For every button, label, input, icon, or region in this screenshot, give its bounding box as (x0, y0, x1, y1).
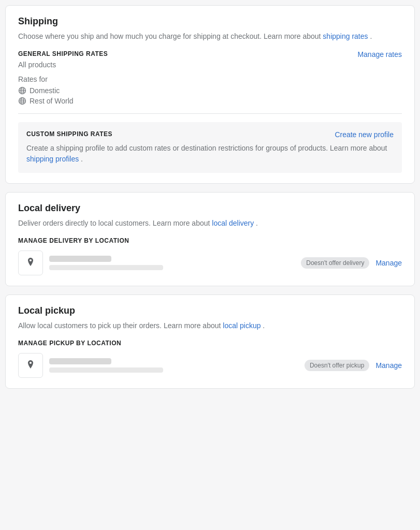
section-divider (18, 113, 402, 114)
pickup-location-name-bar (49, 358, 111, 364)
pickup-desc-suffix: . (263, 321, 265, 330)
local-pickup-link[interactable]: local pickup (223, 321, 260, 330)
page-container: Shipping Choose where you ship and how m… (5, 5, 415, 397)
pickup-location-info (49, 358, 298, 373)
shipping-rates-link[interactable]: shipping rates (323, 32, 368, 40)
rate-item-domestic: Domestic (18, 86, 402, 95)
custom-desc-suffix: . (81, 155, 83, 163)
local-delivery-title: Local delivery (18, 203, 402, 214)
custom-rates-header: CUSTOM SHIPPING RATES Create new profile (26, 130, 394, 139)
delivery-status-badge: Doesn't offer delivery (301, 257, 369, 269)
general-rates-subtitle: All products (18, 61, 402, 69)
general-rates-header: GENERAL SHIPPING RATES Manage rates (18, 50, 402, 58)
delivery-desc-prefix: Deliver orders directly to local custome… (18, 219, 212, 227)
shipping-profiles-link[interactable]: shipping profiles (26, 155, 79, 163)
pin-icon-pickup (25, 359, 36, 372)
delivery-location-info (49, 256, 295, 270)
custom-rates-section: CUSTOM SHIPPING RATES Create new profile… (18, 122, 402, 173)
delivery-manage-link[interactable]: Manage (375, 259, 402, 267)
pickup-manage-link[interactable]: Manage (375, 361, 402, 370)
pickup-location-icon-box (18, 353, 43, 378)
shipping-desc-prefix: Choose where you ship and how much you c… (18, 32, 323, 40)
pickup-location-row: Doesn't offer pickup Manage (18, 353, 402, 378)
local-pickup-title: Local pickup (18, 305, 402, 316)
delivery-location-row: Doesn't offer delivery Manage (18, 251, 402, 275)
delivery-location-name-bar (49, 256, 111, 262)
local-pickup-card: Local pickup Allow local customers to pi… (5, 295, 415, 389)
shipping-description: Choose where you ship and how much you c… (18, 31, 402, 42)
rest-of-world-label: Rest of World (30, 97, 74, 105)
shipping-card: Shipping Choose where you ship and how m… (5, 5, 415, 184)
pickup-location-address-bar (49, 367, 163, 373)
custom-rates-label: CUSTOM SHIPPING RATES (26, 130, 112, 138)
delivery-location-icon-box (18, 251, 43, 275)
domestic-label: Domestic (30, 86, 60, 95)
custom-description: Create a shipping profile to add custom … (26, 143, 394, 165)
manage-pickup-label: MANAGE PICKUP BY LOCATION (18, 340, 402, 347)
manage-rates-link[interactable]: Manage rates (357, 50, 402, 58)
shipping-title: Shipping (18, 16, 402, 27)
pickup-status-badge: Doesn't offer pickup (305, 360, 369, 371)
pin-icon-delivery (25, 257, 36, 269)
delivery-location-address-bar (49, 265, 163, 270)
delivery-desc-suffix: . (256, 219, 258, 227)
general-rates-label: GENERAL SHIPPING RATES (18, 50, 108, 57)
local-delivery-card: Local delivery Deliver orders directly t… (5, 192, 415, 286)
globe-icon-world (18, 97, 26, 105)
create-profile-link[interactable]: Create new profile (335, 130, 394, 139)
globe-icon-domestic (18, 86, 26, 95)
rate-item-rest-of-world: Rest of World (18, 97, 402, 105)
pickup-desc-prefix: Allow local customers to pick up their o… (18, 321, 223, 330)
local-delivery-description: Deliver orders directly to local custome… (18, 218, 402, 229)
local-delivery-link[interactable]: local delivery (212, 219, 254, 227)
rates-for-label: Rates for (18, 75, 402, 83)
local-pickup-description: Allow local customers to pick up their o… (18, 320, 402, 331)
manage-delivery-label: MANAGE DELIVERY BY LOCATION (18, 237, 402, 244)
shipping-desc-suffix: . (370, 32, 372, 40)
custom-desc-prefix: Create a shipping profile to add custom … (26, 144, 387, 152)
